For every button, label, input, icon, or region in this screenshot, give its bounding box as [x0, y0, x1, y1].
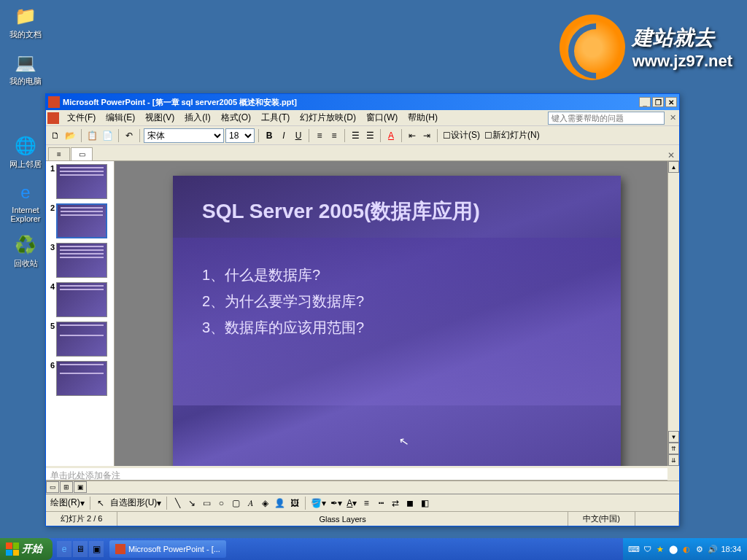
- underline-button[interactable]: U: [292, 128, 305, 143]
- clipart-tool[interactable]: 👤: [273, 496, 287, 510]
- sorter-view-button[interactable]: ⊞: [60, 481, 73, 493]
- notes-pane[interactable]: 单击此处添加备注: [46, 466, 667, 481]
- slideshow-view-button[interactable]: ▣: [74, 481, 87, 493]
- ql-desktop[interactable]: 🖥: [73, 541, 88, 557]
- thumbnail-2[interactable]: 2: [47, 203, 112, 238]
- tray-icon-3[interactable]: ★: [655, 544, 665, 554]
- ql-ie[interactable]: e: [57, 541, 71, 557]
- tab-slides[interactable]: ▭: [71, 147, 93, 160]
- prev-slide-button[interactable]: ⇈: [668, 443, 679, 454]
- tray-icon-1[interactable]: ⌨: [629, 544, 639, 554]
- vertical-scrollbar[interactable]: ▲ ▼ ⇈ ⇊: [667, 161, 679, 466]
- desktop-icon-documents[interactable]: 📁我的文档: [7, 4, 44, 40]
- desktop-icon-ie[interactable]: eInternet Explorer: [7, 181, 44, 223]
- menu-file[interactable]: 文件(F): [62, 110, 101, 125]
- bold-button[interactable]: B: [263, 128, 276, 143]
- line-tool[interactable]: ╲: [171, 496, 184, 510]
- align-center-button[interactable]: ≡: [328, 128, 341, 143]
- thumbnail-1[interactable]: 1: [47, 164, 112, 199]
- ql-app[interactable]: ▣: [89, 541, 104, 557]
- bullets-button[interactable]: ☰: [349, 128, 362, 143]
- picture-tool[interactable]: 🖼: [288, 496, 301, 510]
- line-style-button[interactable]: ≡: [360, 496, 373, 510]
- tray-icon-7[interactable]: 🔊: [708, 544, 718, 554]
- open-button[interactable]: 📂: [63, 128, 77, 143]
- powerpoint-icon: [48, 96, 60, 108]
- design-button[interactable]: ☐ 设计(S): [441, 128, 481, 143]
- arrow-tool[interactable]: ↘: [185, 496, 198, 510]
- slide-body[interactable]: 1、什么是数据库? 2、为什么要学习数据库? 3、数据库的应该用范围?: [202, 262, 592, 341]
- next-slide-button[interactable]: ⇊: [668, 454, 679, 466]
- menu-slideshow[interactable]: 幻灯片放映(D): [295, 110, 361, 125]
- title-bar[interactable]: Microsoft PowerPoint - [第一章 sql server20…: [46, 94, 679, 110]
- decrease-indent-button[interactable]: ⇤: [406, 128, 419, 143]
- font-color-button[interactable]: A: [384, 128, 398, 143]
- shadow-button[interactable]: ◼: [403, 496, 417, 510]
- font-size-select[interactable]: 18: [225, 128, 255, 143]
- scroll-up-button[interactable]: ▲: [668, 161, 679, 173]
- new-slide-button[interactable]: ☐ 新幻灯片(N): [483, 128, 541, 143]
- tray-icon-6[interactable]: ⚙: [694, 544, 705, 554]
- powerpoint-icon: [115, 544, 125, 554]
- numbering-button[interactable]: ☰: [363, 128, 376, 143]
- oval-tool[interactable]: ○: [214, 496, 228, 510]
- arrow-style-button[interactable]: ⇄: [389, 496, 402, 510]
- desktop-icon-computer[interactable]: 💻我的电脑: [7, 51, 44, 87]
- tray-icon-4[interactable]: ⬤: [668, 544, 678, 554]
- 3d-button[interactable]: ◧: [418, 496, 431, 510]
- outline-tab-strip: ≡ ▭ ✕: [46, 145, 679, 161]
- select-tool[interactable]: ↖: [94, 496, 107, 510]
- dash-style-button[interactable]: ┅: [374, 496, 387, 510]
- undo-button[interactable]: ↶: [123, 128, 136, 143]
- restore-button[interactable]: ❐: [652, 97, 664, 107]
- mdi-close-button[interactable]: ✕: [667, 113, 678, 123]
- new-button[interactable]: 🗋: [49, 128, 62, 143]
- menu-edit[interactable]: 编辑(E): [101, 110, 140, 125]
- normal-view-button[interactable]: ▭: [46, 481, 59, 493]
- slide-title[interactable]: SQL Server 2005(数据库应用): [202, 198, 592, 225]
- autoshapes-menu[interactable]: 自选图形(U) ▾: [109, 496, 163, 510]
- line-color-button[interactable]: ✒▾: [329, 496, 344, 510]
- app-icon[interactable]: [47, 112, 59, 124]
- tabs-close-button[interactable]: ✕: [667, 150, 675, 160]
- rectangle-tool[interactable]: ▭: [200, 496, 213, 510]
- menu-insert[interactable]: 插入(I): [179, 110, 215, 125]
- menu-window[interactable]: 窗口(W): [361, 110, 403, 125]
- minimize-button[interactable]: _: [639, 97, 651, 107]
- paste-button[interactable]: 📄: [101, 128, 115, 143]
- current-slide[interactable]: SQL Server 2005(数据库应用) 1、什么是数据库? 2、为什么要学…: [173, 176, 621, 466]
- help-search-input[interactable]: [548, 112, 665, 125]
- textbox-tool[interactable]: ▢: [229, 496, 242, 510]
- menu-tools[interactable]: 工具(T): [256, 110, 295, 125]
- tray-icon-2[interactable]: 🛡: [642, 544, 652, 554]
- font-color-button-2[interactable]: A▾: [345, 496, 358, 510]
- scroll-down-button[interactable]: ▼: [668, 431, 679, 443]
- fill-color-button[interactable]: 🪣▾: [309, 496, 328, 510]
- thumbnail-6[interactable]: 6: [47, 361, 112, 396]
- desktop-icon-recycle[interactable]: ♻️回收站: [7, 233, 44, 269]
- menu-view[interactable]: 视图(V): [140, 110, 179, 125]
- taskbar-item-powerpoint[interactable]: Microsoft PowerPoint - [...: [109, 540, 226, 558]
- menu-format[interactable]: 格式(O): [216, 110, 256, 125]
- italic-button[interactable]: I: [277, 128, 290, 143]
- tray-icon-5[interactable]: ◐: [681, 544, 692, 554]
- copy-button[interactable]: 📋: [85, 128, 99, 143]
- tab-outline[interactable]: ≡: [48, 147, 70, 160]
- align-left-button[interactable]: ≡: [313, 128, 326, 143]
- thumbnail-3[interactable]: 3: [47, 243, 112, 278]
- increase-indent-button[interactable]: ⇥: [420, 128, 433, 143]
- font-name-select[interactable]: 宋体: [144, 128, 224, 143]
- wordart-tool[interactable]: 𝐴: [244, 496, 257, 510]
- menu-help[interactable]: 帮助(H): [403, 110, 443, 125]
- draw-menu[interactable]: 绘图(R) ▾: [49, 496, 86, 510]
- desktop-icon-network[interactable]: 🌐网上邻居: [7, 134, 44, 170]
- diagram-tool[interactable]: ◈: [258, 496, 271, 510]
- start-button[interactable]: 开始: [0, 538, 53, 560]
- horizontal-scrollbar[interactable]: [88, 481, 679, 494]
- thumbnail-4[interactable]: 4: [47, 282, 112, 317]
- thumbnail-panel[interactable]: 1 2 3 4 5 6: [46, 161, 115, 466]
- tray-clock[interactable]: 18:34: [721, 545, 741, 553]
- close-button[interactable]: ✕: [665, 97, 677, 107]
- slide-viewport[interactable]: SQL Server 2005(数据库应用) 1、什么是数据库? 2、为什么要学…: [115, 161, 679, 466]
- thumbnail-5[interactable]: 5: [47, 322, 112, 357]
